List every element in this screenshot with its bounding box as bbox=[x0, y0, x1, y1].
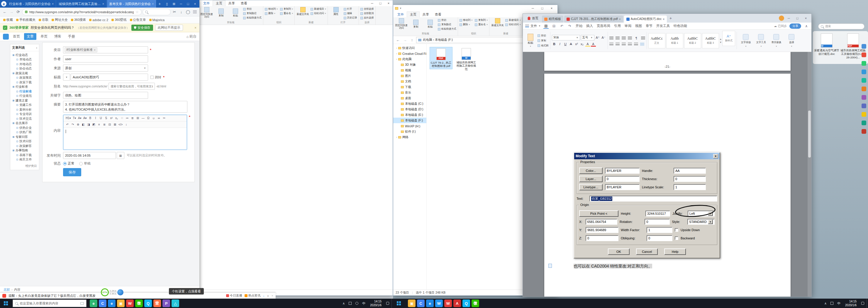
maximize-button[interactable]: □ bbox=[538, 5, 546, 11]
front-site-link[interactable]: ⌂前台 bbox=[186, 34, 196, 39]
paste-button[interactable]: 粘贴▾ bbox=[525, 34, 536, 47]
line-spacing-icon[interactable] bbox=[634, 42, 638, 46]
taskbar-app-icon[interactable]: Q bbox=[144, 300, 152, 307]
title-input[interactable] bbox=[71, 73, 148, 81]
title-prefix-select[interactable]: ▼ bbox=[63, 73, 70, 81]
numbered-list-icon[interactable] bbox=[616, 37, 620, 40]
tree-item[interactable]: 行业规范 bbox=[10, 94, 39, 98]
quick-access-toolbar-icon[interactable]: ▼ bbox=[399, 7, 402, 10]
collapse-ticker-icon[interactable]: ∧ bbox=[267, 294, 269, 298]
explorer-share-tab[interactable]: 共享 bbox=[225, 0, 238, 6]
document-page-previous[interactable]: -21- bbox=[544, 52, 790, 71]
maximize-button[interactable]: □ bbox=[185, 1, 191, 7]
format-painter-button[interactable]: 格式刷 bbox=[537, 44, 549, 48]
minimize-button[interactable]: ─ bbox=[368, 0, 376, 6]
tree-item[interactable]: 政策法规 bbox=[10, 71, 39, 76]
style-preset[interactable]: AaBbCc 正文 bbox=[648, 33, 665, 49]
tree-item[interactable]: 行业标准 bbox=[10, 85, 39, 89]
tree-item[interactable]: 案例分析 bbox=[10, 107, 39, 112]
dock-app-icon[interactable] bbox=[862, 87, 866, 91]
bold-icon[interactable]: B bbox=[552, 42, 557, 47]
bookmark-item[interactable]: adobe cc 2 bbox=[88, 18, 110, 22]
desktop-search-box[interactable]: 搜索 bbox=[818, 24, 865, 29]
admin-nav-manual[interactable]: 手册 bbox=[65, 33, 78, 40]
taskbar-app-icon[interactable]: e bbox=[108, 300, 116, 307]
paragraph-mark-icon[interactable]: ¶ bbox=[634, 36, 639, 41]
new-tab-button[interactable]: + bbox=[157, 1, 162, 6]
footer-crumb-root[interactable]: 北软 bbox=[3, 287, 10, 292]
ribbon-tool-button[interactable]: 文字排版▾ bbox=[738, 34, 753, 48]
explorer-home-tab[interactable]: 主页 bbox=[407, 11, 420, 17]
share-button[interactable]: 分享 bbox=[789, 24, 801, 29]
source-select[interactable]: 原创▼ bbox=[63, 65, 148, 71]
editor-tool-icon[interactable]: H1▾ bbox=[65, 116, 71, 121]
tray-expand-icon[interactable]: ∧ bbox=[823, 302, 828, 305]
publish-time-input[interactable] bbox=[63, 152, 116, 159]
highlight-color-icon[interactable]: A bbox=[585, 42, 590, 47]
tree-item[interactable]: 建党之窗 bbox=[10, 98, 39, 103]
ribbon-small-button[interactable]: 复制到▾ bbox=[280, 7, 293, 11]
editor-tool-icon[interactable]: ◧ bbox=[81, 122, 86, 127]
category-field[interactable]: /行业标准/行业标准× bbox=[63, 47, 148, 53]
editor-tool-icon[interactable]: ⊕ bbox=[76, 122, 80, 127]
styles-down-icon[interactable]: ▼ bbox=[720, 41, 722, 44]
new-folder-button[interactable]: 新建文件夹 bbox=[296, 7, 310, 16]
font-color-icon[interactable]: A bbox=[591, 42, 596, 47]
ribbon-small-button[interactable]: 复制路径 bbox=[438, 23, 456, 27]
editor-tool-icon[interactable]: ☺ bbox=[151, 116, 156, 121]
nav-tree-item[interactable]: 下载 bbox=[393, 84, 426, 90]
dock-app-icon[interactable] bbox=[862, 95, 866, 100]
file-item[interactable]: PDF CJJT 78-2...热工程制图标准.pdf bbox=[430, 47, 453, 69]
dock-app-icon[interactable] bbox=[862, 61, 866, 66]
screenshot-icon[interactable]: ✂ bbox=[172, 9, 178, 15]
nav-tree-item[interactable]: Creative Cloud Files bbox=[393, 51, 426, 56]
save-icon[interactable]: ▤ bbox=[544, 24, 549, 29]
editor-tool-icon[interactable]: Ω bbox=[146, 116, 151, 121]
editor-tool-icon[interactable]: T▾ bbox=[72, 116, 77, 121]
browser-logo[interactable]: e bbox=[1, 1, 6, 6]
tree-item[interactable]: 政策下载 bbox=[10, 80, 39, 85]
dock-app-icon[interactable] bbox=[862, 53, 866, 57]
taskbar-app-icon[interactable]: e bbox=[90, 300, 97, 307]
menu-icon[interactable] bbox=[192, 9, 198, 15]
editor-tool-icon[interactable]: ⊞ bbox=[135, 116, 140, 121]
minimize-button[interactable]: ─ bbox=[785, 15, 793, 22]
taskbar-app-icon[interactable]: 微 bbox=[471, 300, 479, 307]
taskbar-app-icon[interactable]: ▣ bbox=[408, 300, 415, 307]
decrease-font-icon[interactable]: A⁻ bbox=[601, 35, 606, 40]
start-button[interactable] bbox=[393, 299, 405, 308]
nav-tree-item[interactable]: 本地磁盘 (D:) bbox=[393, 106, 426, 112]
address-bar[interactable]: http://www.sygongre.com/admin.php?m=arti… bbox=[22, 9, 142, 15]
camera-icon[interactable] bbox=[80, 302, 84, 305]
taskbar-app-icon[interactable]: e bbox=[426, 300, 434, 307]
ribbon-small-button[interactable]: 编辑 bbox=[344, 11, 357, 16]
subscript-icon[interactable]: x₂ bbox=[580, 42, 585, 47]
breadcrumb[interactable]: 此电脑 › 本地磁盘 (F:) bbox=[416, 37, 532, 43]
nav-tree-item[interactable]: 3D 对象 bbox=[393, 62, 426, 67]
admin-nav-article[interactable]: 文章 bbox=[24, 33, 36, 40]
up-icon[interactable]: ↑ bbox=[409, 37, 415, 43]
admin-nav-page[interactable]: 单页 bbox=[38, 33, 50, 40]
nav-tree-item[interactable]: 此电脑 bbox=[393, 56, 426, 62]
phone-sync-icon[interactable]: ▯ bbox=[164, 1, 170, 7]
nav-tree-item[interactable]: 本地磁盘 (E:) bbox=[393, 112, 426, 118]
align-center-icon[interactable] bbox=[616, 42, 620, 46]
wps-doc-tab-active[interactable]: AutoCAD绘图技巧.doc× bbox=[624, 16, 667, 23]
ribbon-button[interactable]: 固定到快速访问 bbox=[200, 7, 214, 19]
forward-icon[interactable]: → bbox=[402, 37, 408, 43]
collapse-panel-icon[interactable]: › bbox=[36, 46, 37, 50]
tree-item[interactable]: 技术问答 bbox=[10, 139, 39, 144]
taskbar-app-icon[interactable]: C bbox=[99, 300, 106, 307]
style-preset[interactable]: AaBbC 标题 2 bbox=[684, 33, 701, 49]
keywords-input[interactable] bbox=[63, 92, 148, 99]
dock-app-icon[interactable] bbox=[862, 44, 866, 49]
category-tag[interactable]: /行业标准/行业标准× bbox=[64, 47, 97, 53]
editor-tool-icon[interactable]: A▾ bbox=[83, 116, 87, 121]
increase-indent-icon[interactable] bbox=[628, 37, 632, 40]
desktop-file-icon[interactable]: W 采暖通风与空气调节设计规范.doc bbox=[814, 33, 839, 56]
user-avatar-icon[interactable]: ◯ bbox=[185, 9, 191, 15]
maximize-button[interactable]: □ bbox=[376, 0, 384, 6]
ribbon-button[interactable]: 粘贴 bbox=[229, 8, 242, 17]
dock-app-icon[interactable] bbox=[862, 112, 866, 117]
ribbon-tool-button[interactable]: 查找替换▾ bbox=[769, 34, 783, 48]
